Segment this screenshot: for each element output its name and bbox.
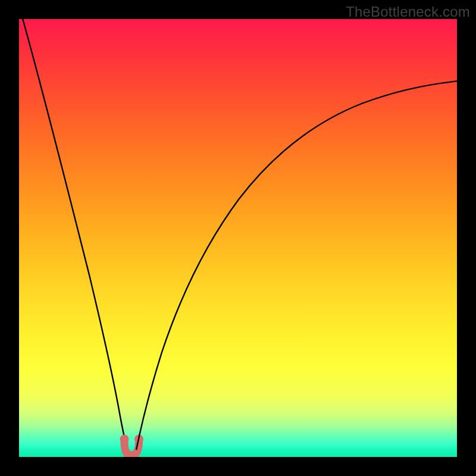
curve-right-branch: [136, 81, 457, 450]
curve-left-branch: [21, 19, 127, 450]
curve-layer: [19, 19, 457, 457]
plot-area: [19, 19, 457, 457]
valley-cap-left: [120, 435, 129, 444]
watermark-text: TheBottleneck.com: [346, 4, 470, 20]
chart-frame: TheBottleneck.com: [0, 0, 476, 476]
